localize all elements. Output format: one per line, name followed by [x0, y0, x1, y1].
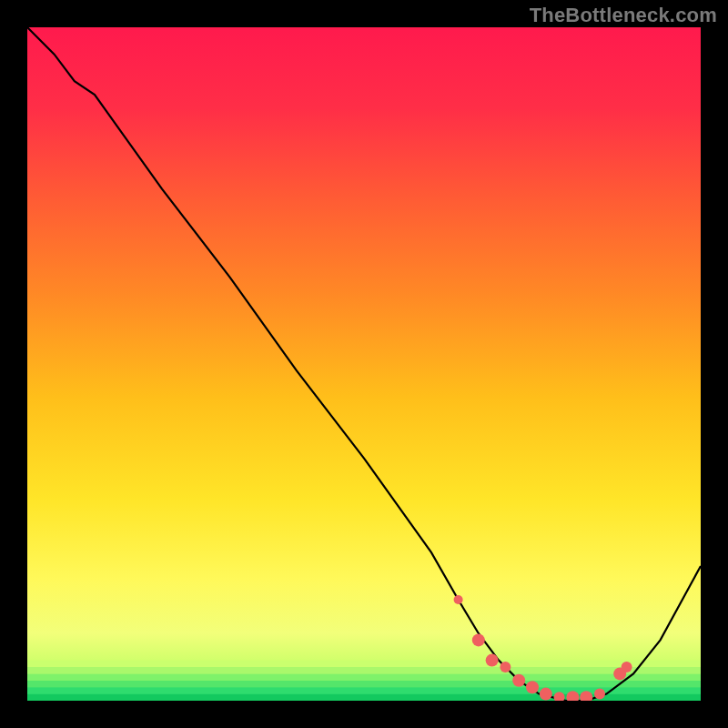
- bottleneck-chart: [27, 27, 701, 701]
- svg-rect-2: [27, 681, 701, 687]
- attribution-text: TheBottleneck.com: [530, 4, 717, 27]
- svg-rect-5: [27, 661, 701, 667]
- svg-rect-3: [27, 673, 701, 680]
- data-point: [512, 674, 525, 687]
- data-point: [622, 662, 632, 672]
- data-point: [500, 662, 511, 672]
- data-point: [594, 689, 605, 700]
- data-point: [486, 654, 499, 667]
- svg-rect-4: [27, 667, 701, 673]
- data-point: [540, 688, 552, 701]
- chart-frame: TheBottleneck.com: [0, 0, 728, 728]
- data-point: [526, 681, 539, 693]
- gradient-background: [27, 27, 701, 701]
- data-point: [472, 633, 485, 646]
- data-point: [454, 595, 463, 604]
